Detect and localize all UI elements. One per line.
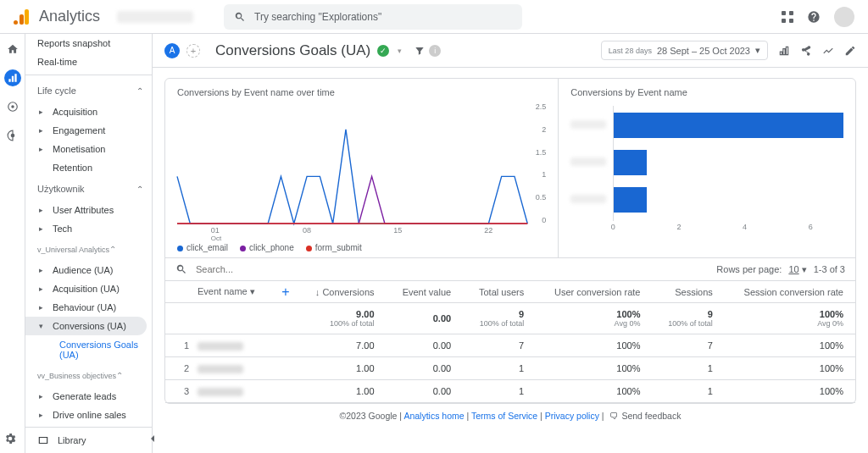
page-title: Conversions Goals (UA) bbox=[215, 42, 370, 59]
sidebar-collapse-button[interactable] bbox=[146, 432, 159, 448]
table-row[interactable]: 1 7.000.007100%7100% bbox=[165, 334, 855, 357]
date-range-picker[interactable]: Last 28 days 28 Sept – 25 Oct 2023 ▾ bbox=[601, 41, 768, 60]
library-icon bbox=[37, 434, 49, 446]
chart-title-left: Conversions by Event name over time bbox=[177, 87, 546, 97]
sidebar-item-userattrs[interactable]: ▸User Attributes bbox=[25, 201, 152, 219]
user-avatar[interactable] bbox=[834, 7, 854, 27]
column-header[interactable]: User conversion rate bbox=[536, 281, 652, 303]
chevron-up-icon: ⌃ bbox=[109, 245, 116, 254]
sidebar-item-realtime[interactable]: Real-time bbox=[25, 52, 152, 71]
table-row[interactable]: 2 1.000.001100%1100% bbox=[165, 357, 855, 380]
sidebar-item-monetisation[interactable]: ▸Monetisation bbox=[25, 140, 152, 158]
chevron-right-icon: ▸ bbox=[39, 224, 47, 233]
chevron-right-icon: ▸ bbox=[39, 126, 47, 135]
table-search-input[interactable] bbox=[194, 263, 709, 275]
sidebar-item-conversions-ua[interactable]: ▾Conversions (UA) bbox=[25, 317, 147, 335]
sidebar-item-snapshot[interactable]: Reports snapshot bbox=[25, 34, 152, 52]
sidebar-item-conversions-goals-ua[interactable]: Conversions Goals (UA) bbox=[25, 335, 152, 364]
pagination-info: 1-3 of 3 bbox=[814, 264, 845, 274]
column-header[interactable]: ↓ Conversions bbox=[298, 281, 387, 303]
edit-icon[interactable] bbox=[844, 45, 856, 57]
page-footer: ©2023 Google | Analytics home | Terms of… bbox=[164, 404, 856, 424]
global-search[interactable]: Try searching "Explorations" bbox=[224, 4, 522, 30]
sidebar-item-acquisition[interactable]: ▸Acquisition bbox=[25, 102, 152, 121]
apps-icon[interactable] bbox=[782, 11, 793, 23]
insights-icon[interactable] bbox=[822, 45, 834, 57]
settings-icon[interactable] bbox=[3, 432, 17, 448]
nav-rail bbox=[0, 34, 25, 453]
send-feedback-link[interactable]: Send feedback bbox=[621, 411, 681, 421]
add-segment-button[interactable]: + bbox=[186, 44, 200, 58]
chevron-down-icon: ▾ bbox=[755, 45, 760, 56]
advertising-icon[interactable] bbox=[4, 127, 21, 144]
chevron-right-icon: ▸ bbox=[39, 266, 47, 274]
add-column-button[interactable]: + bbox=[281, 285, 289, 299]
search-placeholder: Try searching "Explorations" bbox=[254, 11, 381, 23]
sidebar-item-audience-ua[interactable]: ▸Audience (UA) bbox=[25, 261, 152, 279]
line-chart: 2.521.510.50 01Oct081522 bbox=[177, 102, 546, 238]
share-icon[interactable] bbox=[800, 45, 812, 57]
chevron-right-icon: ▸ bbox=[39, 206, 47, 214]
chevron-up-icon: ⌃ bbox=[116, 371, 123, 380]
chevron-right-icon: ▸ bbox=[39, 392, 47, 401]
sidebar-section-biz[interactable]: vv_Business objectives⌃ bbox=[25, 364, 152, 387]
sidebar-item-retention[interactable]: ▸Retention bbox=[25, 158, 152, 177]
account-selector[interactable] bbox=[117, 11, 193, 23]
svg-point-1 bbox=[11, 105, 14, 108]
report-sidebar: Reports snapshot Real-time Life cycle⌃ ▸… bbox=[25, 34, 153, 453]
column-header[interactable]: Event value bbox=[387, 281, 464, 303]
home-icon[interactable] bbox=[4, 41, 21, 58]
table-row[interactable]: 3 1.000.001100%1100% bbox=[165, 380, 855, 403]
sidebar-item-leads[interactable]: ▸Generate leads bbox=[25, 387, 152, 406]
brand-text: Analytics bbox=[39, 8, 100, 25]
ga-logo-icon bbox=[14, 9, 29, 25]
footer-link[interactable]: Privacy policy bbox=[545, 411, 599, 421]
chevron-down-icon: ▾ bbox=[39, 322, 47, 330]
chevron-right-icon: ▸ bbox=[39, 108, 47, 116]
search-icon bbox=[175, 263, 187, 275]
sidebar-section-ua[interactable]: v_Universal Analytics⌃ bbox=[25, 238, 152, 261]
sidebar-item-tech[interactable]: ▸Tech bbox=[25, 219, 152, 238]
chevron-up-icon: ⌃ bbox=[136, 185, 143, 194]
sidebar-item-acquisition-ua[interactable]: ▸Acquisition (UA) bbox=[25, 279, 152, 298]
sidebar-item-engagement[interactable]: ▸Engagement bbox=[25, 121, 152, 140]
chevron-right-icon: ▸ bbox=[39, 285, 47, 293]
help-icon[interactable] bbox=[807, 10, 821, 24]
chevron-right-icon: ▸ bbox=[39, 411, 47, 419]
column-header[interactable]: Event name ▾ bbox=[165, 281, 273, 303]
bar-chart: 0246 bbox=[570, 102, 843, 238]
status-check-icon[interactable]: ✓ bbox=[377, 45, 389, 57]
chevron-up-icon: ⌃ bbox=[136, 86, 143, 96]
data-table: Event name ▾ + ↓ Conversions Event value… bbox=[165, 280, 855, 403]
sidebar-section-user[interactable]: Użytkownik⌃ bbox=[25, 177, 152, 201]
filter-icon[interactable] bbox=[414, 45, 426, 57]
chart-title-right: Conversions by Event name bbox=[570, 87, 843, 97]
column-header[interactable]: Sessions bbox=[652, 281, 724, 303]
chevron-right-icon: ▸ bbox=[39, 303, 47, 312]
library-button[interactable]: Library bbox=[25, 427, 152, 453]
sidebar-item-behaviour-ua[interactable]: ▸Behaviour (UA) bbox=[25, 298, 152, 317]
info-icon[interactable]: i bbox=[429, 45, 441, 57]
customise-report-icon[interactable] bbox=[778, 45, 790, 57]
sidebar-item-onlinesales[interactable]: ▸Drive online sales bbox=[25, 406, 152, 424]
report-header: A + Conversions Goals (UA) ✓ ▾ i Last 28… bbox=[153, 34, 868, 68]
search-icon bbox=[234, 11, 246, 23]
sidebar-section-lifecycle[interactable]: Life cycle⌃ bbox=[25, 79, 152, 102]
column-header[interactable]: Total users bbox=[463, 281, 536, 303]
chevron-down-icon[interactable]: ▾ bbox=[398, 47, 402, 55]
rows-per-page-label: Rows per page: bbox=[716, 264, 782, 274]
segment-chip-all-users[interactable]: A bbox=[164, 43, 180, 58]
chevron-right-icon: ▸ bbox=[39, 145, 47, 153]
svg-point-2 bbox=[10, 134, 14, 138]
chart-legend: click_email click_phone form_submit bbox=[177, 243, 546, 252]
footer-link[interactable]: Analytics home bbox=[403, 411, 464, 421]
reports-icon[interactable] bbox=[4, 69, 21, 86]
explore-icon[interactable] bbox=[4, 98, 21, 115]
chevron-left-icon bbox=[146, 432, 159, 445]
column-header[interactable]: Session conversion rate bbox=[725, 281, 855, 303]
footer-link[interactable]: Terms of Service bbox=[471, 411, 537, 421]
rows-per-page-select[interactable]: 10 ▾ bbox=[788, 264, 806, 275]
